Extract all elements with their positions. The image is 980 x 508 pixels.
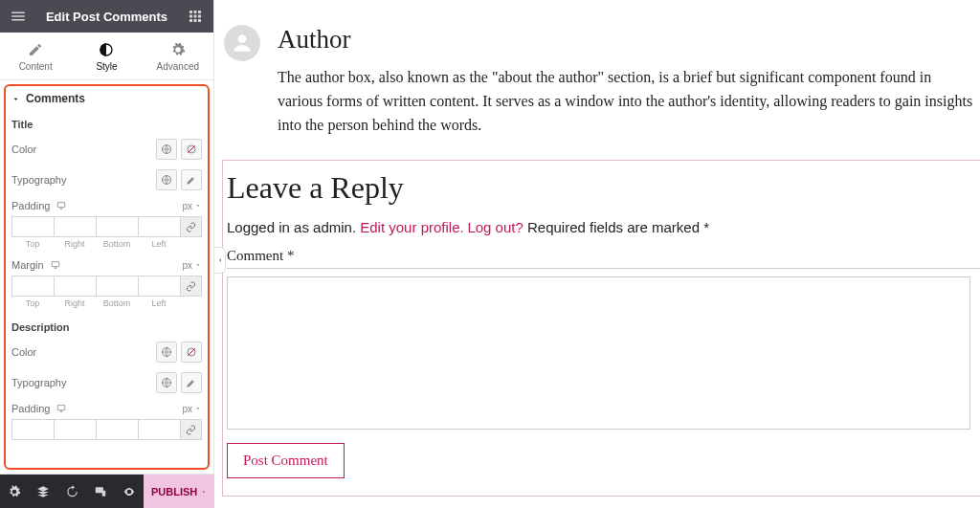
padding-right-input[interactable]	[54, 216, 96, 237]
row-title-color: Color	[8, 134, 206, 165]
svg-rect-6	[52, 262, 59, 267]
author-name: Author	[278, 25, 974, 55]
link-values-icon[interactable]	[180, 216, 202, 237]
globe-icon[interactable]	[156, 372, 177, 393]
edit-profile-link[interactable]: Edit your profile.	[360, 219, 463, 235]
edit-icon[interactable]	[181, 169, 202, 190]
padding-top-input[interactable]	[11, 216, 54, 237]
layers-icon[interactable]	[29, 475, 57, 509]
avatar	[224, 25, 260, 61]
desktop-icon[interactable]	[56, 201, 67, 210]
group-title-heading: Title	[8, 111, 206, 134]
padding-left-input[interactable]	[138, 216, 180, 237]
tab-advanced[interactable]: Advanced	[143, 33, 213, 79]
no-color-icon[interactable]	[181, 139, 202, 160]
menu-icon[interactable]	[10, 8, 27, 25]
chevron-up-icon	[201, 487, 207, 497]
row-title-typography: Typography	[8, 165, 206, 195]
logout-link[interactable]: Log out?	[467, 219, 523, 235]
post-comment-button[interactable]: Post Comment	[227, 443, 345, 478]
panel-title: Edit Post Comments	[46, 10, 167, 24]
desktop-icon[interactable]	[50, 260, 61, 270]
margin-left-input[interactable]	[138, 276, 180, 297]
tab-content[interactable]: Content	[0, 33, 71, 79]
padding-bottom-input[interactable]	[96, 216, 138, 237]
svg-rect-11	[58, 406, 66, 410]
apps-icon[interactable]	[187, 8, 204, 25]
desktop-icon[interactable]	[56, 404, 67, 413]
row-title-padding: Padding px	[8, 195, 206, 216]
globe-icon[interactable]	[156, 342, 177, 363]
globe-icon[interactable]	[156, 139, 177, 160]
publish-button[interactable]: PUBLISH	[144, 475, 214, 508]
panel-header: Edit Post Comments	[0, 0, 213, 33]
link-values-icon[interactable]	[180, 276, 202, 297]
settings-icon[interactable]	[0, 475, 29, 509]
row-desc-color: Color	[8, 337, 206, 367]
group-desc-heading: Description	[8, 314, 206, 337]
margin-bottom-input[interactable]	[96, 276, 138, 297]
bottom-bar: PUBLISH	[0, 474, 213, 508]
chevron-down-icon	[194, 405, 202, 412]
comment-textarea[interactable]	[227, 276, 970, 430]
svg-rect-13	[102, 490, 106, 496]
margin-right-input[interactable]	[54, 276, 96, 297]
panel-collapse-handle[interactable]	[214, 247, 226, 274]
history-icon[interactable]	[57, 475, 86, 509]
preview-canvas: Author The author box, also known as the…	[214, 0, 980, 508]
dpad-left-input[interactable]	[138, 419, 180, 440]
reply-section: Leave a Reply Logged in as admin. Edit y…	[222, 160, 980, 497]
svg-line-3	[189, 146, 195, 153]
tab-style[interactable]: Style	[71, 33, 142, 79]
desc-padding-inputs	[8, 419, 206, 442]
dpad-top-input[interactable]	[11, 419, 54, 440]
dpad-bottom-input[interactable]	[96, 419, 138, 440]
reply-title: Leave a Reply	[227, 170, 980, 206]
row-title-margin: Margin px	[8, 254, 206, 276]
author-bio: The author box, also known as the "about…	[278, 66, 974, 137]
row-desc-padding: Padding px	[8, 398, 206, 419]
padding-inputs	[8, 216, 206, 239]
comment-label: Comment *	[227, 248, 980, 269]
row-desc-typography: Typography	[8, 367, 206, 398]
no-color-icon[interactable]	[181, 342, 202, 363]
svg-rect-12	[96, 487, 103, 493]
section-comments[interactable]: Comments	[8, 80, 206, 111]
tab-row: Content Style Advanced	[0, 33, 213, 80]
contrast-icon	[99, 42, 114, 57]
pencil-icon	[28, 42, 43, 57]
chevron-down-icon	[194, 261, 202, 269]
globe-icon[interactable]	[156, 169, 177, 190]
unit-select[interactable]: px	[182, 260, 202, 271]
dpad-right-input[interactable]	[54, 419, 96, 440]
svg-point-14	[238, 34, 247, 43]
margin-top-input[interactable]	[11, 276, 54, 297]
unit-select[interactable]: px	[182, 404, 202, 414]
svg-rect-5	[58, 203, 66, 208]
edit-icon[interactable]	[181, 372, 202, 393]
chevron-down-icon	[194, 202, 202, 210]
preview-icon[interactable]	[115, 475, 144, 509]
gear-icon	[170, 42, 186, 57]
unit-select[interactable]: px	[182, 201, 202, 211]
svg-line-9	[189, 349, 195, 356]
login-meta: Logged in as admin. Edit your profile. L…	[227, 219, 980, 236]
caret-down-icon	[11, 95, 20, 103]
link-values-icon[interactable]	[180, 419, 202, 440]
margin-inputs	[8, 276, 206, 298]
responsive-icon[interactable]	[86, 475, 115, 509]
